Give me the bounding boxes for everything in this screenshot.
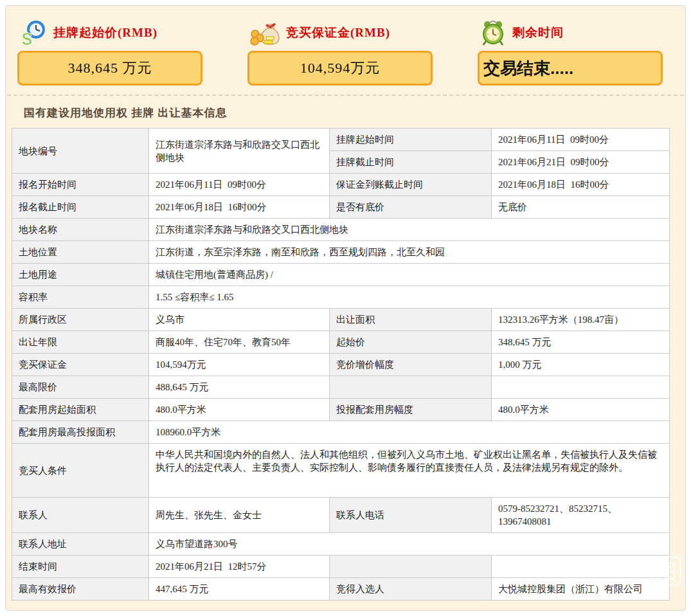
row-value: 2021年06月11日 09时00分 — [492, 129, 670, 151]
row-value: 2021年06月11日 09时00分 — [149, 174, 330, 196]
row-value: 无底价 — [492, 196, 670, 219]
row-label: 土地用途 — [12, 264, 149, 286]
table-row: 出让年限 商服40年、住宅70年、教育50年 起始价 348,645 万元 — [12, 331, 670, 354]
table-row: 联系人地址 义乌市望道路300号 — [12, 533, 670, 556]
starting-price-value: 348,645 万元 — [17, 51, 202, 86]
table-row: 配套用房最高投报面积 108960.0平方米 — [12, 421, 670, 444]
stat-bar: $ 挂牌起始价(RMB) 348,645 万元 — [6, 6, 685, 95]
row-label: 地块编号 — [12, 129, 149, 174]
row-value: 2021年06月21日 09时00分 — [492, 151, 670, 174]
row-label-empty — [330, 376, 492, 399]
table-row: 最高限价 488,645 万元 — [12, 376, 670, 399]
table-row: 报名截止时间 2021年06月18日 16时00分 是否有底价 无底价 — [12, 196, 670, 219]
row-label: 出让面积 — [330, 309, 492, 331]
table-row: 竞买保证金 104,594万元 竞价增价幅度 1,000 万元 — [12, 354, 670, 376]
row-value: 城镇住宅用地(普通商品房) / — [149, 264, 670, 286]
row-label: 竞买保证金 — [12, 354, 149, 376]
row-value: 大悦城控股集团（浙江）有限公司 — [492, 578, 670, 601]
row-value: 480.0平方米 — [492, 399, 670, 421]
stat-remaining-time: 剩余时间 交易结束..... — [478, 19, 663, 86]
stat-deposit: 竞买保证金(RMB) 104,594万元 — [247, 19, 433, 86]
row-value: 104,594万元 — [149, 354, 330, 376]
row-value: 1.55 ≤容积率≤ 1.65 — [149, 286, 670, 309]
row-value-empty — [492, 376, 670, 399]
row-label: 挂牌起始时间 — [330, 129, 492, 151]
row-label: 所属行政区 — [12, 309, 149, 331]
table-row: 地块编号 江东街道宗泽东路与和欣路交叉口西北侧地块 挂牌起始时间 2021年06… — [12, 129, 670, 151]
row-value: 2021年06月18日 16时00分 — [492, 174, 670, 196]
table-row: 结束时间 2021年06月21日 12时57分 — [12, 556, 670, 578]
table-row: 竞买人条件 中华人民共和国境内外的自然人、法人和其他组织，但被列入义乌市土地、矿… — [12, 444, 670, 498]
row-value: 江东街道，东至宗泽东路，南至和欣路，西至规划四路，北至久和园 — [149, 241, 670, 264]
row-label: 出让年限 — [12, 331, 149, 354]
table-row: 所属行政区 义乌市 出让面积 132313.26平方米（198.47亩） — [12, 309, 670, 331]
table-row: 容积率 1.55 ≤容积率≤ 1.65 — [12, 286, 670, 309]
deposit-value: 104,594万元 — [247, 51, 433, 86]
table-row: 配套用房起始面积 480.0平方米 投报配套用房幅度 480.0平方米 — [12, 399, 670, 421]
land-info-table: 地块编号 江东街道宗泽东路与和欣路交叉口西北侧地块 挂牌起始时间 2021年06… — [12, 128, 670, 601]
row-value: 2021年06月18日 16时00分 — [149, 196, 330, 219]
row-label: 最高限价 — [12, 376, 149, 399]
row-value: 447,645 万元 — [149, 578, 330, 601]
row-label: 联系人电话 — [330, 498, 492, 533]
alarm-clock-icon — [480, 19, 506, 46]
row-label: 联系人 — [12, 498, 149, 533]
row-value: 商服40年、住宅70年、教育50年 — [149, 331, 330, 354]
row-label: 是否有底价 — [330, 196, 492, 219]
starting-price-label: 挂牌起始价(RMB) — [53, 24, 157, 41]
row-value: 0579-85232721、85232715、13967408081 — [492, 498, 670, 533]
auction-page: $ 挂牌起始价(RMB) 348,645 万元 — [5, 5, 686, 611]
page-title: 国有建设用地使用权 挂牌 出让基本信息 — [6, 96, 685, 128]
row-value: 108960.0平方米 — [149, 421, 670, 444]
row-label: 保证金到账截止时间 — [330, 174, 492, 196]
row-value: 2021年06月21日 12时57分 — [149, 556, 330, 578]
row-value-empty — [492, 556, 670, 578]
row-value: 义乌市 — [149, 309, 330, 331]
row-label-empty — [330, 556, 492, 578]
row-label: 起始价 — [330, 331, 492, 354]
row-label: 竞价增价幅度 — [330, 354, 492, 376]
row-value: 1,000 万元 — [492, 354, 670, 376]
row-label: 竞得入选人 — [330, 578, 492, 601]
clock-dollar-icon: $ — [20, 19, 47, 46]
row-value: 中华人民共和国境内外的自然人、法人和其他组织，但被列入义乌市土地、矿业权出让黑名… — [149, 444, 670, 498]
row-value: 周先生、张先生、金女士 — [149, 498, 330, 533]
row-value: 江东街道宗泽东路与和欣路交叉口西北侧地块 — [149, 219, 670, 241]
remaining-time-value: 交易结束..... — [478, 51, 663, 86]
row-label: 投报配套用房幅度 — [330, 399, 492, 421]
row-value: 132313.26平方米（198.47亩） — [492, 309, 670, 331]
row-label: 联系人地址 — [12, 533, 149, 556]
table-row: 土地位置 江东街道，东至宗泽东路，南至和欣路，西至规划四路，北至久和园 — [12, 241, 670, 264]
row-label: 地块名称 — [12, 219, 149, 241]
row-label: 结束时间 — [12, 556, 149, 578]
row-label: 最高有效报价 — [12, 578, 149, 601]
table-row: 土地用途 城镇住宅用地(普通商品房) / — [12, 264, 670, 286]
table-row: 报名开始时间 2021年06月11日 09时00分 保证金到账截止时间 2021… — [12, 174, 670, 196]
row-label: 容积率 — [12, 286, 149, 309]
row-value: 480.0平方米 — [149, 399, 330, 421]
row-label: 竞买人条件 — [12, 444, 149, 498]
deposit-label: 竞买保证金(RMB) — [286, 24, 390, 41]
row-value: 488,645 万元 — [149, 376, 330, 399]
table-row: 地块名称 江东街道宗泽东路与和欣路交叉口西北侧地块 — [12, 219, 670, 241]
row-value: 义乌市望道路300号 — [149, 533, 670, 556]
remaining-time-label: 剩余时间 — [512, 24, 564, 41]
row-label: 报名开始时间 — [12, 174, 149, 196]
row-label: 配套用房起始面积 — [12, 399, 149, 421]
money-bag-icon — [250, 19, 280, 46]
row-label: 土地位置 — [12, 241, 149, 264]
row-label: 报名截止时间 — [12, 196, 149, 219]
svg-text:$: $ — [22, 29, 32, 46]
table-row: 最高有效报价 447,645 万元 竞得入选人 大悦城控股集团（浙江）有限公司 — [12, 578, 670, 601]
row-value: 348,645 万元 — [492, 331, 670, 354]
row-label: 配套用房最高投报面积 — [12, 421, 149, 444]
stat-starting-price: $ 挂牌起始价(RMB) 348,645 万元 — [17, 19, 202, 86]
row-value: 江东街道宗泽东路与和欣路交叉口西北侧地块 — [149, 129, 330, 174]
row-label: 挂牌截止时间 — [330, 151, 492, 174]
table-row: 联系人 周先生、张先生、金女士 联系人电话 0579-85232721、8523… — [12, 498, 670, 533]
